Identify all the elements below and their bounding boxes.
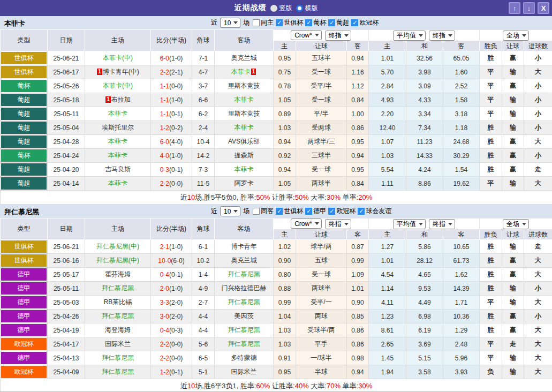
layout-radio-horizontal[interactable]: 横版 [296,4,318,13]
away-team-name: 里斯本竞技 [228,110,260,117]
away-team-name: 拜仁慕尼黑 [228,270,260,278]
summary-segment: 场,胜5平5负0, 胜率: [195,193,256,201]
halftime-score: (0-1) [169,166,183,174]
bookmaker-select[interactable]: Crow* [291,218,322,229]
fulltime-score: 2-1 [160,243,169,251]
odds-line: 球半/两 [296,240,347,254]
bookmaker-select[interactable]: Crow* [291,30,322,40]
move-up-button[interactable]: ↑ [509,2,520,14]
odds-home: 1.03 [274,337,296,351]
move-down-button[interactable]: ↓ [523,2,535,14]
average-type-select[interactable]: 终指 [429,219,455,229]
result-wdl: 胜 [480,163,502,177]
radio-icon [270,5,277,12]
match-row: 欧冠杯25-04-17国际米兰2-2(0-0)5-6拜仁慕尼黑1.03平手0.8… [1,337,552,351]
match-count-select[interactable]: 10 [220,18,240,28]
away-team-name: 提森斯 [235,152,254,159]
match-date: 25-05-04 [48,121,85,135]
avg-away: 5.96 [443,351,480,365]
avg-draw: 4.65 [406,268,443,282]
result-wdl: 平 [480,107,502,121]
score: 0-4(0-1) [151,268,192,282]
odds-line: 受两球 [296,121,347,135]
avg-draw: 3.34 [406,107,443,121]
away-team: 拜仁慕尼黑 [215,323,274,337]
corners: 4-9 [192,282,215,296]
league-checkbox-1[interactable]: 德甲 [305,207,326,216]
same-venue-checkbox[interactable]: 同主 [253,18,274,27]
match-count-select[interactable]: 10 [220,206,240,216]
fulltime-score: 1-1 [160,110,169,118]
odds-type-select[interactable]: 终指 [325,219,351,229]
corners: 6-2 [192,107,215,121]
halftime-score: (1-0) [169,96,183,104]
match-date: 25-05-11 [48,282,85,296]
match-date: 25-04-19 [48,323,85,337]
col-header-corners: 角球 [192,30,215,51]
layout-radio-vertical[interactable]: 竖版 [270,4,292,13]
result-handicap: 输 [502,177,524,191]
checkbox-checked-icon [305,19,312,26]
average-select[interactable]: 平均值 [393,219,426,229]
league-checkbox-2[interactable]: 葡超 [328,18,349,27]
league-checkbox-0[interactable]: 世俱杯 [276,18,303,27]
up-arrow-icon: ↑ [513,5,517,12]
score: 1-1(0-0) [151,79,192,93]
league-checkbox-3[interactable]: 球会友谊 [358,207,391,216]
scope-select[interactable]: 全场 [503,219,529,229]
league-checkbox-3[interactable]: 欧冠杯 [351,18,379,27]
avg-home: 1.94 [369,365,406,379]
match-date: 25-06-21 [48,51,85,65]
checkbox-icon [253,19,260,26]
league-checkbox-1[interactable]: 葡杯 [305,18,326,27]
section-summary: 近10场,胜6平3负1, 胜率:60% 让胜率:40% 大率:70% 单率:30… [1,379,552,392]
league-badge-label: 葡超 [1,108,47,120]
corners: 6-5 [192,351,215,365]
league-checkbox-0[interactable]: 世俱杯 [276,207,303,216]
odds-home: 1.04 [274,310,296,323]
league-badge: 世俱杯 [1,51,48,65]
average-type-select[interactable]: 终指 [429,31,455,41]
avg-draw: 3.09 [406,79,443,93]
match-date: 25-06-16 [48,254,85,268]
avg-away: 30.29 [443,149,480,163]
scope-select[interactable]: 全场 [503,31,529,41]
odds-away: 0.95 [347,163,369,177]
odds-away: 1.01 [347,282,369,296]
match-row: 德甲25-05-11拜仁慕尼黑2-0(1-0)4-9门兴格拉德巴赫0.88两球半… [1,282,552,296]
odds-line: 受一球 [296,163,347,177]
home-team-name: 拜仁慕尼黑 [102,354,134,361]
halftime-score: (0-1) [169,110,183,118]
bookmaker-group: Crow*终指 [274,218,369,230]
league-badge: 世俱杯 [1,240,48,254]
result-overunder: 大 [524,365,552,379]
result-wdl: 平 [480,177,502,191]
avg-home: 12.40 [369,121,406,135]
match-row: 德甲25-04-26拜仁慕尼黑3-0(2-0)4-4美因茨1.04两球0.851… [1,310,552,323]
fulltime-score: 10-0 [158,257,171,265]
fulltime-score: 6-0 [160,138,169,146]
result-overunder: 大 [524,323,552,337]
league-badge: 世俱杯 [1,65,48,79]
col-header-date: 日期 [48,30,85,51]
league-checkbox-2[interactable]: 欧冠杯 [328,207,356,216]
score: 2-2(0-0) [151,351,192,365]
match-date: 25-04-20 [48,163,85,177]
avg-home: 1.07 [369,135,406,149]
summary-segment: 50% [256,193,270,201]
league-badge: 葡超 [1,177,48,191]
close-button[interactable]: X [538,2,549,14]
score: 3-0(2-0) [151,310,192,323]
match-row: 葡超25-04-14本菲卡2-2(0-0)11-5阿罗卡1.05两球半0.841… [1,177,552,191]
league-badge-label: 世俱杯 [1,240,47,253]
home-team-name: 拜仁慕尼黑 [102,368,134,375]
halftime-score: (2-0) [169,313,183,320]
average-select[interactable]: 平均值 [393,31,426,41]
score: 2-2(2-1) [151,65,192,79]
odds-line: 受平/半 [296,79,347,93]
matches-table: 类型 日期 主场 比分(半场) 角球 客场 Crow*终指 平均值终指 全场 主… [0,218,552,392]
col-header-date: 日期 [48,218,85,240]
same-venue-checkbox[interactable]: 同客 [253,207,274,216]
odds-type-select[interactable]: 终指 [325,31,351,41]
odds-away: 0.90 [347,296,369,310]
